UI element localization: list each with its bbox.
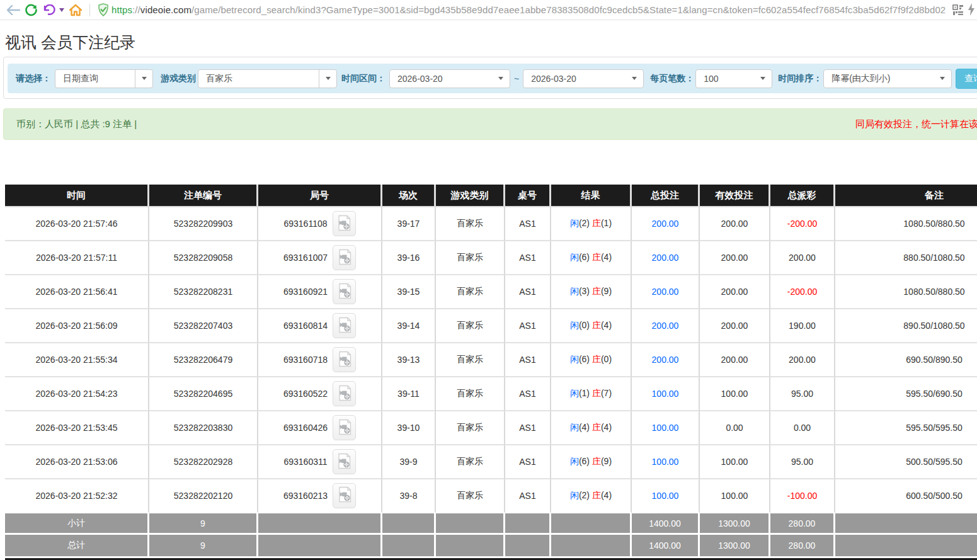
- cell-bet-id: 523282208231: [149, 275, 258, 309]
- date-from-input[interactable]: 2026-03-20: [389, 69, 510, 88]
- cell-session: 39-16: [382, 241, 436, 275]
- cell-payout: 0.00: [770, 411, 835, 445]
- cell-remark: 690.50/890.50: [835, 343, 977, 377]
- total-row-empty-remark: [835, 535, 977, 556]
- cell-result: 闲(4) 庄(4): [551, 411, 632, 445]
- subtotal-row-empty-session: [382, 513, 436, 535]
- cell-game-type: 百家乐: [436, 275, 505, 309]
- back-icon[interactable]: [5, 3, 21, 18]
- result-player-label: 闲: [570, 252, 579, 262]
- cell-remark: 890.50/1080.50: [835, 309, 977, 343]
- total-bet-link[interactable]: 200.00: [652, 253, 679, 263]
- cell-game-type: 百家乐: [436, 309, 505, 343]
- shield-icon[interactable]: [95, 3, 111, 18]
- result-banker-count: (1): [601, 218, 612, 228]
- total-bet-link[interactable]: 200.00: [652, 219, 679, 229]
- lightning-icon[interactable]: [966, 3, 976, 16]
- cell-valid-bet: 200.00: [700, 241, 770, 275]
- cell-session: 39-10: [382, 411, 436, 445]
- table-row: 2026-03-20 21:57:11523282209058693161007…: [5, 241, 977, 275]
- video-replay-button[interactable]: [333, 245, 356, 270]
- cell-round: 693160426: [258, 411, 382, 445]
- total-bet-link[interactable]: 200.00: [652, 355, 679, 365]
- cell-result: 闲(1) 庄(7): [551, 377, 632, 411]
- cell-result: 闲(6) 庄(9): [551, 445, 632, 479]
- result-player-label: 闲: [570, 320, 579, 330]
- result-player-count: (2): [579, 218, 590, 228]
- result-player-label: 闲: [570, 490, 579, 500]
- page-size-label: 每页笔数：: [650, 73, 694, 84]
- total-bet-link[interactable]: 100.00: [652, 491, 679, 501]
- payout-value: -100.00: [787, 491, 817, 501]
- video-replay-button[interactable]: [333, 347, 356, 372]
- sort-select[interactable]: 降幂(由大到小): [823, 69, 952, 88]
- cell-result: 闲(3) 庄(9): [551, 275, 632, 309]
- cell-time: 2026-03-20 21:54:23: [5, 377, 149, 411]
- query-type-label: 请选择：: [16, 73, 51, 84]
- round-number: 693160921: [283, 287, 328, 297]
- qr-icon[interactable]: [952, 4, 964, 16]
- summary-currency-text: 币别：人民币 | 总共 :9 注单 |: [16, 118, 137, 130]
- home-icon[interactable]: [66, 3, 86, 18]
- round-number: 693160426: [283, 423, 328, 433]
- cell-bet-id: 523282202120: [149, 479, 258, 513]
- search-button[interactable]: 查询: [956, 69, 977, 89]
- video-replay-button[interactable]: [333, 449, 356, 474]
- cell-total-bet: 100.00: [632, 445, 700, 479]
- column-header-0: 时间: [5, 185, 149, 207]
- page-size-select[interactable]: 100: [695, 69, 772, 88]
- video-file-icon: [337, 249, 352, 267]
- cell-bet-id: 523282203830: [149, 411, 258, 445]
- cell-payout: 190.00: [770, 309, 835, 343]
- video-replay-button[interactable]: [333, 313, 356, 338]
- summary-bar: 币别：人民币 | 总共 :9 注单 | 同局有效投注，统一计算在该局: [3, 108, 977, 140]
- cell-total-bet: 200.00: [632, 241, 700, 275]
- round-number: 693160311: [283, 457, 327, 467]
- total-bet-link[interactable]: 100.00: [652, 457, 679, 467]
- payout-value: 95.00: [791, 457, 813, 467]
- sort-label: 时间排序：: [778, 73, 822, 84]
- date-to-input[interactable]: 2026-03-20: [523, 69, 644, 88]
- query-type-select[interactable]: 日期查询: [55, 69, 153, 88]
- result-player-count: (6): [579, 252, 590, 262]
- address-bar[interactable]: https://videoie.com/game/betrecord_searc…: [111, 4, 949, 15]
- subtotal-row-empty-result: [551, 513, 632, 535]
- undo-dropdown-caret[interactable]: [58, 3, 66, 18]
- table-row: 2026-03-20 21:56:09523282207403693160814…: [5, 309, 977, 343]
- result-banker-label: 庄: [592, 218, 601, 228]
- game-type-select[interactable]: 百家乐: [198, 69, 337, 88]
- cell-result: 闲(2) 庄(1): [551, 207, 632, 241]
- total-bet-link[interactable]: 100.00: [652, 423, 679, 433]
- total-bet-link[interactable]: 100.00: [652, 389, 679, 399]
- payout-value: -200.00: [787, 219, 817, 229]
- video-replay-button[interactable]: [333, 415, 356, 440]
- cell-table-no: AS1: [505, 411, 551, 445]
- sort-value: 降幂(由大到小): [824, 73, 934, 84]
- total-bet-link[interactable]: 200.00: [652, 321, 679, 331]
- cell-time: 2026-03-20 21:57:11: [5, 241, 149, 275]
- chevron-down-icon: [632, 77, 637, 80]
- cell-payout: -200.00: [770, 275, 835, 309]
- round-number: 693160522: [283, 389, 328, 399]
- table-row: 2026-03-20 21:52:32523282202120693160213…: [5, 479, 977, 513]
- toolbar-divider: [89, 4, 90, 16]
- video-replay-button[interactable]: [333, 279, 356, 304]
- cell-round: 693161007: [258, 241, 382, 275]
- total-bet-link[interactable]: 200.00: [652, 287, 679, 297]
- video-replay-button[interactable]: [333, 211, 356, 236]
- cell-result: 闲(0) 庄(4): [551, 309, 632, 343]
- subtotal-row-empty-game: [436, 513, 505, 535]
- undo-icon[interactable]: [40, 3, 58, 18]
- refresh-icon[interactable]: [21, 3, 40, 18]
- video-replay-button[interactable]: [333, 483, 356, 508]
- cell-round: 693160213: [258, 479, 382, 513]
- video-replay-button[interactable]: [333, 381, 356, 406]
- cell-time: 2026-03-20 21:57:46: [5, 207, 149, 241]
- cell-remark: 880.50/1080.50: [835, 241, 977, 275]
- cell-valid-bet: 100.00: [700, 479, 770, 513]
- round-number: 693160814: [283, 321, 328, 331]
- total-row-empty-game: [436, 535, 505, 556]
- result-banker-label: 庄: [592, 490, 601, 500]
- result-banker-count: (9): [601, 456, 612, 466]
- result-player-label: 闲: [570, 388, 579, 398]
